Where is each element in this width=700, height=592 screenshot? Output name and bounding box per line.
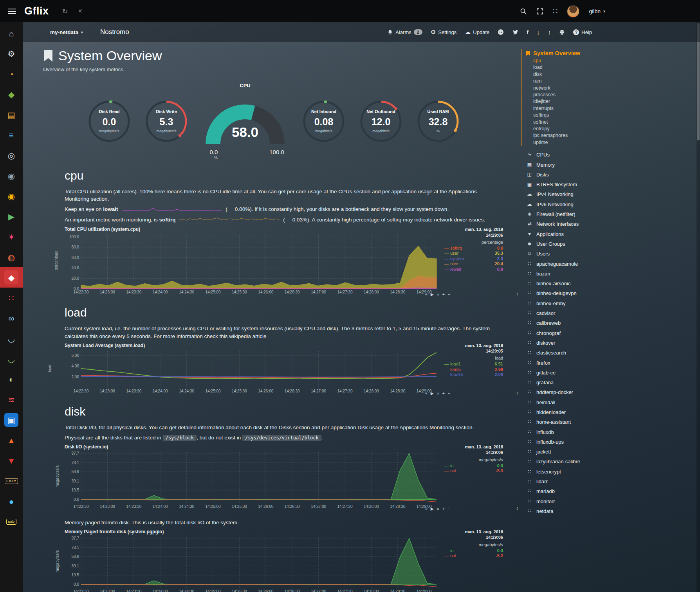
resize-handle-icon[interactable]: ↕ xyxy=(516,506,518,511)
gauge-disk-write[interactable]: Disk Write5.3megabytes/s xyxy=(143,98,190,145)
nav-section-user-groups[interactable]: ☻User Groups xyxy=(521,239,638,249)
avatar[interactable] xyxy=(567,5,579,18)
nav-app-cadvisor[interactable]: ∷cadvisor xyxy=(521,308,638,318)
nav-app-gitlab-ce[interactable]: ∷gitlab-ce xyxy=(521,368,638,378)
zoom-out-icon[interactable]: − xyxy=(448,292,450,297)
sidebar-app-app-lime-disc[interactable]: ◐ xyxy=(0,369,23,389)
scrollbar[interactable] xyxy=(696,22,700,592)
legend-row-load5[interactable]: —load52.68 xyxy=(444,367,503,372)
nav-app-elasticsearch[interactable]: ∷elasticsearch xyxy=(521,348,638,358)
print-icon[interactable] xyxy=(559,29,565,35)
nav-item-uptime[interactable]: uptime xyxy=(526,139,638,146)
sidebar-app-app-red-shield[interactable]: ◆ xyxy=(0,267,23,288)
sidebar-app-app-crates[interactable]: ▤ xyxy=(0,104,23,125)
sidebar-app-app-red-dots[interactable]: ∷ xyxy=(0,288,23,308)
chart-plot-io[interactable]: 14:22:3014:23:0014:23:3014:24:0014:24:30… xyxy=(65,450,440,509)
close-tab-icon[interactable]: × xyxy=(78,7,83,15)
nav-app-letsencrypt[interactable]: ∷letsencrypt xyxy=(521,467,638,477)
fullscreen-icon[interactable] xyxy=(536,8,543,15)
resize-handle-icon[interactable]: ↕ xyxy=(516,291,518,297)
update-button[interactable]: ☁ Update xyxy=(465,29,489,36)
sidebar-app-app-cyan-u[interactable]: ◡ xyxy=(0,328,23,349)
play-icon[interactable]: ▶ xyxy=(431,391,434,396)
sidebar-app-app-amber-disc[interactable]: ◉ xyxy=(0,186,23,206)
sidebar-app-app-green-u[interactable]: ◡ xyxy=(0,349,23,369)
nav-app-lazylibrarian-calibre[interactable]: ∷lazylibrarian-calibre xyxy=(521,457,638,466)
zoom-out-icon[interactable]: − xyxy=(448,506,450,511)
gauge-disk-read[interactable]: Disk Read0.0megabytes/s xyxy=(86,98,133,145)
chart-system-io[interactable]: megabytes/sDisk I/O (system.io)14:22:301… xyxy=(65,444,520,511)
nav-item-disk[interactable]: disk xyxy=(526,71,638,78)
softirq-sparkline[interactable] xyxy=(179,217,279,223)
sidebar-app-app-pink-spark[interactable]: ✶ xyxy=(0,227,23,247)
nav-section-memory[interactable]: ▦Memory xyxy=(521,160,638,170)
nav-app-bazarr[interactable]: ∷bazarr xyxy=(521,269,638,279)
chart-system-load[interactable]: loadSystem Load Average (system.load)14:… xyxy=(65,343,520,396)
legend-row-in[interactable]: —in0.0 xyxy=(444,463,503,469)
upload-icon[interactable]: ↑ xyxy=(548,29,551,36)
resize-handle-icon[interactable]: ↕ xyxy=(516,590,518,592)
legend-row-load1[interactable]: —load16.51 xyxy=(444,362,503,367)
nav-app-home-assistant[interactable]: ∷home-assistant xyxy=(521,417,638,427)
sidebar-app-app-red-down[interactable]: ▼ xyxy=(0,450,23,471)
zoom-in-icon[interactable]: + xyxy=(442,506,445,511)
chart-system-pgpgio[interactable]: megabytes/sMemory Paged from/to disk (sy… xyxy=(65,529,520,592)
nav-app-influxdb-ups[interactable]: ∷influxdb-ups xyxy=(521,437,638,447)
nav-item-entropy[interactable]: entropy xyxy=(526,126,638,132)
zoom-in-icon[interactable]: + xyxy=(442,292,445,297)
nav-app-apacheguacamole[interactable]: ∷apacheguacamole xyxy=(521,259,638,269)
nav-app-diskover[interactable]: ∷diskover xyxy=(521,338,638,348)
nav-item-ram[interactable]: ram xyxy=(526,78,638,85)
legend-row-out[interactable]: —out-5.2 xyxy=(444,553,503,559)
sidebar-app-app-meter-bars[interactable]: ≋ xyxy=(0,389,23,410)
legend-row-out[interactable]: —out-5.3 xyxy=(444,468,503,474)
sidebar-app-app-tangerine-disc[interactable]: ◍ xyxy=(0,247,23,267)
gauge-net-outbound[interactable]: Net Outbound12.0megabits/s xyxy=(357,98,404,145)
search-icon[interactable] xyxy=(520,8,527,15)
sidebar-app-app-blue-drop[interactable]: ● xyxy=(0,491,23,511)
nav-item-ipc-semaphores[interactable]: ipc semaphores xyxy=(526,132,638,139)
refresh-icon[interactable]: ↻ xyxy=(62,7,68,16)
pan-back-icon[interactable]: « xyxy=(425,506,428,511)
pan-back-icon[interactable]: « xyxy=(425,292,428,297)
legend-row-in[interactable]: —in0.0 xyxy=(444,548,503,554)
nav-app-binhex-delugevpn[interactable]: ∷binhex-delugevpn xyxy=(521,288,638,298)
nav-item-softnet[interactable]: softnet xyxy=(526,119,638,126)
sidebar-app-app-green-diamond[interactable]: ◆ xyxy=(0,84,23,104)
nav-section-ipv6-networking[interactable]: ☁IPv6 Networking xyxy=(521,200,638,209)
nav-app-chronograf[interactable]: ∷chronograf xyxy=(521,328,638,338)
nav-section-network-interfaces[interactable]: ⇄Network Interfaces xyxy=(521,219,638,229)
nav-item-idlejitter[interactable]: idlejitter xyxy=(526,98,638,105)
sidebar-app-app-green-play[interactable]: ▶ xyxy=(0,206,23,227)
chart-plot-load[interactable]: 14:22:3014:23:0014:23:3014:24:0014:24:30… xyxy=(65,349,440,394)
nav-system-overview[interactable]: System Overview xyxy=(526,49,638,58)
download-icon[interactable]: ↓ xyxy=(537,29,540,36)
pan-forward-icon[interactable]: » xyxy=(437,391,439,396)
wikipedia-link[interactable]: this wikipedia article xyxy=(219,333,266,339)
user-menu[interactable]: gilbn ▾ xyxy=(589,8,605,14)
sidebar-app-app-dark-disc[interactable]: ◉ xyxy=(0,166,23,186)
sidebar-app-app-blue-bars[interactable]: ≡ xyxy=(0,125,23,145)
sidebar-app-app-lazy[interactable]: LAZY xyxy=(0,471,23,491)
nav-app-binhex-airsonic[interactable]: ∷binhex-airsonic xyxy=(521,279,638,288)
sidebar-app-settings[interactable]: ⚙ xyxy=(0,43,23,64)
sidebar-app-app-search-disc[interactable]: ◎ xyxy=(0,145,23,166)
sidebar-app-app-orange-disc[interactable]: ◔ xyxy=(0,64,23,84)
hamburger-menu-icon[interactable] xyxy=(0,9,24,14)
nav-app-heimdall[interactable]: ∷heimdall xyxy=(521,398,638,407)
nav-app-influxdb[interactable]: ∷influxdb xyxy=(521,427,638,437)
legend-row-load15[interactable]: —load152.06 xyxy=(444,372,503,378)
play-icon[interactable]: ▶ xyxy=(431,292,434,297)
nav-app-hddtemp-docker[interactable]: ∷hddtemp-docker xyxy=(521,387,638,397)
nav-app-binhex-emby[interactable]: ∷binhex-emby xyxy=(521,299,638,308)
chart-system-cpu[interactable]: percentageTotal CPU utilization (system.… xyxy=(65,227,520,297)
nav-section-cpus[interactable]: ϟCPUs xyxy=(521,150,638,160)
nav-item-softirqs[interactable]: softirqs xyxy=(526,112,638,119)
nav-section-users[interactable]: ☺Users xyxy=(521,249,638,259)
resize-handle-icon[interactable]: ↕ xyxy=(516,390,518,396)
legend-row-iowait[interactable]: —iowait0.0 xyxy=(444,267,503,272)
nav-section-disks[interactable]: ◫Disks xyxy=(521,170,638,180)
nav-item-cpu[interactable]: cpu xyxy=(526,58,638,64)
help-button[interactable]: ? Help xyxy=(573,29,592,35)
server-dropdown[interactable]: my-netdata ▾ xyxy=(50,29,83,35)
